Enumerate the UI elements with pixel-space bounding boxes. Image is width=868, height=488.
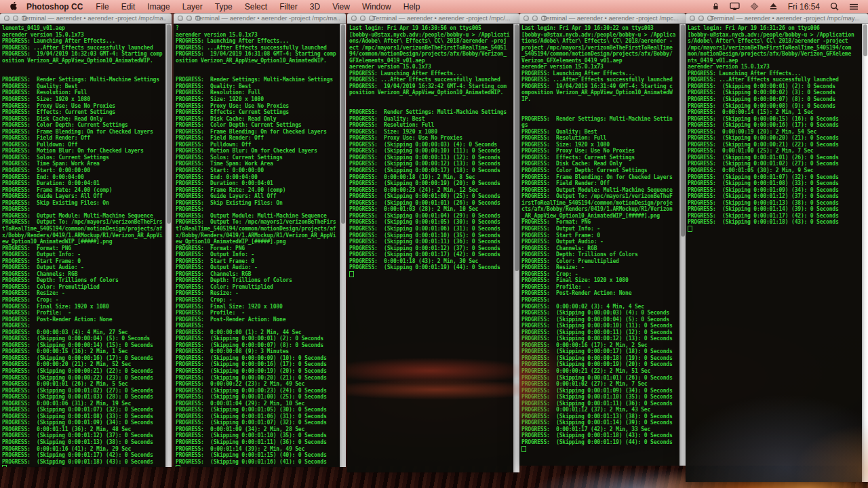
menu-view[interactable]: View <box>326 2 356 12</box>
scrollbar-thumb[interactable] <box>863 24 867 56</box>
notification-center-icon[interactable] <box>849 3 859 11</box>
app-menu-photoshop[interactable]: Photoshop CC <box>25 2 90 12</box>
terminal-window-5[interactable]: Terminal — aerender • aerender -project … <box>686 13 868 482</box>
menu-bar-status: Fri 16:54 <box>712 2 868 12</box>
terminal-output[interactable]: lements_0419_v01.aep aerender version 15… <box>0 24 172 467</box>
scrollbar[interactable] <box>513 24 519 472</box>
terminal-window-1[interactable]: Terminal — aerender • aerender -project … <box>0 13 172 467</box>
scrollbar[interactable] <box>862 24 868 482</box>
spotlight-search-icon[interactable] <box>830 2 839 11</box>
terminal-output[interactable]: Last login: Fri Apr 19 16:30:22 on ttys0… <box>519 24 686 466</box>
terminal-cursor <box>688 226 692 232</box>
minimize-button[interactable] <box>532 16 538 21</box>
menu-3d[interactable]: 3D <box>304 2 326 12</box>
minimize-button[interactable] <box>360 16 366 21</box>
menu-list: FileEditImageLayerTypeSelectFilter3DView… <box>90 2 426 12</box>
terminal-title: Terminal — aerender • aerender -project … <box>369 13 514 23</box>
terminal-title: Terminal — aerender • aerender -project … <box>195 13 340 23</box>
scrollbar-thumb[interactable] <box>515 24 519 271</box>
terminal-text: Last login: Fri Apr 19 16:31:26 on ttys0… <box>686 24 868 233</box>
scrollbar[interactable] <box>340 24 346 467</box>
menu-type[interactable]: Type <box>209 2 239 12</box>
scrollbar-thumb[interactable] <box>167 24 171 224</box>
minimize-button[interactable] <box>186 16 192 21</box>
menu-select[interactable]: Select <box>239 2 273 12</box>
close-button[interactable] <box>178 16 183 21</box>
menu-bar: Photoshop CC FileEditImageLayerTypeSelec… <box>0 0 868 13</box>
terminal-cursor <box>176 465 180 467</box>
terminal-output[interactable]: ? aerender version 15.0.1x73 PROGRESS: L… <box>174 24 346 467</box>
terminal-title: Terminal — aerender • aerender -project … <box>22 13 166 23</box>
eject-icon[interactable] <box>769 2 778 11</box>
menu-window[interactable]: Window <box>356 2 397 12</box>
terminal-text: Last login: Fri Apr 19 16:30:56 on ttys0… <box>347 24 519 278</box>
scrollbar-thumb[interactable] <box>681 24 685 237</box>
scrollbar[interactable] <box>679 24 686 466</box>
terminal-cursor <box>2 465 7 467</box>
menu-image[interactable]: Image <box>141 2 176 12</box>
terminal-output[interactable]: Last login: Fri Apr 19 16:31:26 on ttys0… <box>686 24 868 482</box>
menu-clock[interactable]: Fri 16:54 <box>788 2 820 12</box>
scrollbar[interactable] <box>165 24 172 467</box>
menu-file[interactable]: File <box>90 2 115 12</box>
close-button[interactable] <box>524 16 529 21</box>
lock-icon[interactable] <box>712 2 719 11</box>
menu-layer[interactable]: Layer <box>176 2 209 12</box>
menu-help[interactable]: Help <box>397 2 427 12</box>
scrollbar-thumb[interactable] <box>341 24 345 224</box>
terminal-titlebar[interactable]: Terminal — aerender • aerender -project … <box>686 13 868 24</box>
terminal-title: Terminal — aerender • aerender -project … <box>707 13 863 23</box>
close-button[interactable] <box>4 16 9 21</box>
apple-icon <box>9 1 18 12</box>
terminal-text: lements_0419_v01.aep aerender version 15… <box>0 24 172 467</box>
minimize-button[interactable] <box>698 16 704 21</box>
terminal-title: Terminal — aerender • aerender -project … <box>541 13 680 23</box>
close-button[interactable] <box>351 16 357 21</box>
terminal-text: ? aerender version 15.0.1x73 PROGRESS: L… <box>174 24 346 467</box>
close-button[interactable] <box>690 16 695 21</box>
terminal-titlebar[interactable]: Terminal — aerender • aerender -project … <box>347 13 519 24</box>
airplay-display-icon[interactable] <box>730 2 740 11</box>
terminal-window-4[interactable]: Terminal — aerender • aerender -project … <box>519 13 686 466</box>
status-diamond-icon[interactable] <box>750 2 759 11</box>
terminal-cursor <box>349 271 354 277</box>
terminal-text: Last login: Fri Apr 19 16:30:22 on ttys0… <box>519 24 686 453</box>
menu-edit[interactable]: Edit <box>115 2 142 12</box>
terminal-window-3[interactable]: Terminal — aerender • aerender -project … <box>347 13 519 472</box>
terminal-output[interactable]: Last login: Fri Apr 19 16:30:56 on ttys0… <box>347 24 519 472</box>
menu-filter[interactable]: Filter <box>273 2 304 12</box>
apple-menu[interactable] <box>9 1 18 12</box>
terminal-titlebar[interactable]: Terminal — aerender • aerender -project … <box>519 13 686 24</box>
terminal-titlebar[interactable]: Terminal — aerender • aerender -project … <box>0 13 172 24</box>
terminal-window-2[interactable]: Terminal — aerender • aerender -project … <box>174 13 346 467</box>
terminal-cursor <box>521 446 526 452</box>
terminal-titlebar[interactable]: Terminal — aerender • aerender -project … <box>174 13 346 24</box>
minimize-button[interactable] <box>13 16 18 21</box>
